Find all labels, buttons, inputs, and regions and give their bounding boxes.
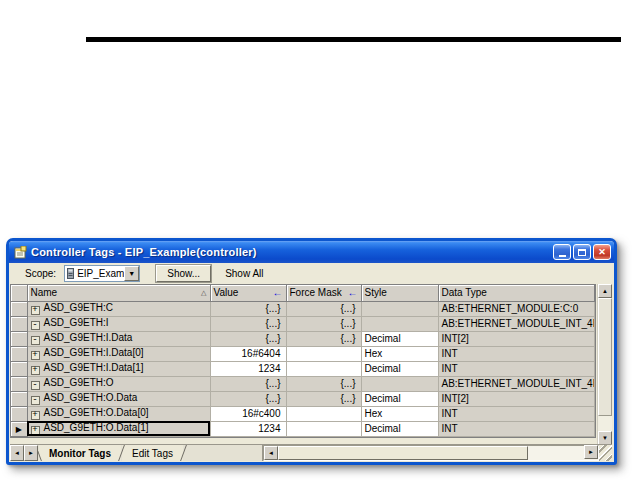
collapse-icon[interactable]: - [31,396,40,405]
value-cell[interactable]: 16#c400 [210,406,286,421]
value-cell[interactable]: 1234 [210,421,286,436]
collapse-icon[interactable]: - [31,381,40,390]
tag-name-cell[interactable]: +ASD_G9ETH:I.Data[0] [27,346,210,361]
row-selector[interactable] [11,301,27,316]
scope-combobox[interactable]: EIP_Example ▼ [64,265,140,282]
value-cell[interactable]: {...} [210,391,286,406]
tag-name-cell[interactable]: +ASD_G9ETH:O.Data[0] [27,406,210,421]
style-cell[interactable]: Hex [361,346,438,361]
row-selector[interactable] [11,406,27,421]
tag-name-cell[interactable]: +ASD_G9ETH:I.Data[1] [27,361,210,376]
tag-name-cell[interactable]: +ASD_G9ETH:C [27,301,210,316]
titlebar[interactable]: Controller Tags - EIP_Example(controller… [9,241,614,263]
current-row-selector[interactable]: ▶ [11,421,27,436]
force-mask-cell[interactable]: {...} [286,301,361,316]
style-cell[interactable]: Decimal [361,391,438,406]
row-selector[interactable] [11,331,27,346]
tab-monitor-tags[interactable]: Monitor Tags [39,445,121,461]
horizontal-scrollbar-thumb[interactable] [278,446,528,460]
force-mask-cell[interactable] [286,346,361,361]
close-button[interactable]: ✕ [593,244,611,260]
data-type-cell: INT [438,361,594,376]
value-cell[interactable]: {...} [210,331,286,346]
tag-name-cell[interactable]: -ASD_G9ETH:I.Data [27,331,210,346]
data-type-cell: AB:ETHERNET_MODULE_INT_4Bytes... [438,316,594,331]
tab-scroll-right-button[interactable]: ► [24,445,38,461]
style-cell[interactable]: Decimal [361,331,438,346]
force-mask-cell[interactable]: {...} [286,391,361,406]
value-cell[interactable]: 16#6404 [210,346,286,361]
expand-icon[interactable]: + [31,426,40,435]
vertical-scrollbar[interactable]: ▲ ▼ [597,284,612,445]
tab-scroll-left-button[interactable]: ◄ [10,445,24,461]
header-selector-cell [11,285,27,301]
force-mask-cell[interactable] [286,406,361,421]
value-cell[interactable]: 1234 [210,361,286,376]
force-mask-cell[interactable]: {...} [286,376,361,391]
show-all-label[interactable]: Show All [225,268,263,279]
collapse-icon[interactable]: - [31,336,40,345]
row-selector[interactable] [11,316,27,331]
tag-name-cell[interactable]: -ASD_G9ETH:O.Data [27,391,210,406]
row-selector[interactable] [11,346,27,361]
scroll-down-button[interactable]: ▼ [598,431,612,445]
force-mask-cell[interactable]: {...} [286,316,361,331]
expand-icon[interactable]: + [31,366,40,375]
value-cell[interactable]: {...} [210,376,286,391]
table-row: +ASD_G9ETH:O.Data[0] 16#c400 Hex INT [11,406,594,421]
table-row selected-row: ▶ +ASD_G9ETH:O.Data[1] 1234 Decimal INT [11,421,594,436]
scope-dropdown-button[interactable]: ▼ [124,266,139,281]
maximize-button[interactable] [573,244,591,260]
force-mask-cell[interactable]: {...} [286,331,361,346]
style-cell[interactable]: Hex [361,406,438,421]
vertical-scrollbar-thumb[interactable] [598,298,612,416]
minimize-icon [559,255,566,257]
style-cell[interactable] [361,376,438,391]
scroll-left-button[interactable]: ◄ [264,446,278,460]
column-header-force-mask[interactable]: Force Mask← [286,285,361,301]
expand-icon[interactable]: + [31,411,40,420]
horizontal-scrollbar[interactable]: ◄ ► [263,445,599,461]
force-mask-cell[interactable] [286,361,361,376]
grid-header-row: Name△ Value← Force Mask← Style Data Type [11,285,594,301]
tag-name-cell[interactable]: -ASD_G9ETH:O [27,376,210,391]
force-mask-cell[interactable] [286,421,361,436]
column-header-name[interactable]: Name△ [27,285,210,301]
tab-edit-tags[interactable]: Edit Tags [122,445,183,461]
scroll-right-icon: ► [588,449,594,455]
sort-ascending-icon: △ [201,289,206,297]
current-row-arrow-icon: ▶ [16,425,22,434]
controller-icon [67,268,74,279]
scroll-up-button[interactable]: ▲ [598,284,612,298]
window-resize-grip[interactable] [599,445,612,461]
row-selector[interactable] [11,361,27,376]
window-title: Controller Tags - EIP_Example(controller… [31,246,553,258]
tab-scroll-left-icon: ◄ [14,450,20,456]
scope-value: EIP_Example [77,268,124,279]
show-button[interactable]: Show... [156,265,211,282]
style-cell[interactable] [361,316,438,331]
table-row: -ASD_G9ETH:O.Data {...} {...} Decimal IN… [11,391,594,406]
value-cell[interactable]: {...} [210,301,286,316]
style-cell[interactable]: Decimal [361,361,438,376]
scroll-right-button[interactable]: ► [584,445,598,459]
table-row: +ASD_G9ETH:I.Data[0] 16#6404 Hex INT [11,346,594,361]
tag-name-cell[interactable]: +ASD_G9ETH:O.Data[1] [27,421,210,436]
style-cell[interactable] [361,301,438,316]
minimize-button[interactable] [553,244,571,260]
data-type-cell: AB:ETHERNET_MODULE:C:0 [438,301,594,316]
tag-name-cell[interactable]: -ASD_G9ETH:I [27,316,210,331]
row-selector[interactable] [11,376,27,391]
row-selector[interactable] [11,391,27,406]
column-header-value[interactable]: Value← [210,285,286,301]
expand-icon[interactable]: + [31,351,40,360]
table-row: +ASD_G9ETH:C {...} {...} AB:ETHERNET_MOD… [11,301,594,316]
collapse-icon[interactable]: - [31,321,40,330]
column-header-style[interactable]: Style [361,285,438,301]
tab-strip: Monitor Tags Edit Tags [38,445,263,461]
column-header-data-type[interactable]: Data Type [438,285,594,301]
value-cell[interactable]: {...} [210,316,286,331]
expand-icon[interactable]: + [31,306,40,315]
style-cell[interactable]: Decimal [361,421,438,436]
table-row: -ASD_G9ETH:I {...} {...} AB:ETHERNET_MOD… [11,316,594,331]
